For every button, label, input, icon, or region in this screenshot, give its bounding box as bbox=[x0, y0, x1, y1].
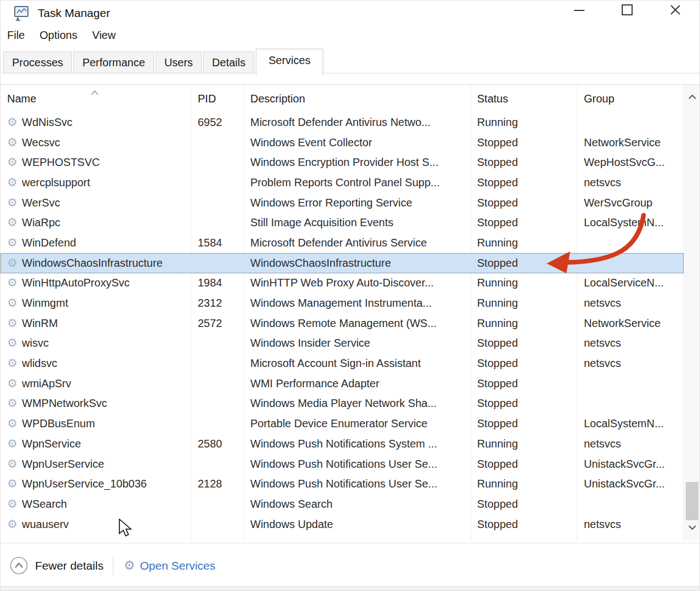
title-bar: Task Manager bbox=[1, 1, 699, 25]
service-row[interactable]: ⚙ wlidsvc Microsoft Account Sign-in Assi… bbox=[1, 353, 684, 374]
service-description: Microsoft Defender Antivirus Netwo... bbox=[243, 116, 471, 129]
chevron-up-icon bbox=[688, 94, 697, 100]
service-status: Stopped bbox=[471, 498, 577, 510]
service-gear-icon: ⚙ bbox=[7, 257, 22, 269]
service-description: Portable Device Enumerator Service bbox=[243, 417, 471, 430]
service-pid: 6952 bbox=[191, 116, 243, 129]
service-name: WPDBusEnum bbox=[22, 417, 95, 430]
service-status: Running bbox=[471, 116, 577, 129]
service-name-cell: ⚙ WindowsChaosInfrastructure bbox=[1, 257, 191, 269]
table-header-row: Name PID Description Status Group bbox=[1, 85, 684, 112]
service-pid: 1984 bbox=[191, 277, 243, 289]
column-header-group[interactable]: Group bbox=[577, 93, 684, 105]
services-gear-icon: ⚙ bbox=[124, 559, 135, 572]
column-header-name[interactable]: Name bbox=[1, 93, 191, 105]
maximize-button[interactable] bbox=[603, 1, 651, 24]
menu-options[interactable]: Options bbox=[39, 29, 77, 42]
service-row[interactable]: ⚙ WpnUserService Windows Push Notificati… bbox=[1, 454, 684, 474]
service-gear-icon: ⚙ bbox=[7, 157, 22, 168]
close-icon bbox=[670, 4, 681, 15]
service-status: Stopped bbox=[471, 197, 577, 209]
menu-file[interactable]: File bbox=[7, 29, 25, 42]
fewer-details-button[interactable]: Fewer details bbox=[10, 556, 104, 575]
service-row[interactable]: ⚙ wercplsupport Problem Reports Control … bbox=[1, 173, 684, 193]
service-name: WpnUserService_10b036 bbox=[22, 478, 147, 490]
service-name: WiaRpc bbox=[22, 216, 60, 229]
service-pid: 1584 bbox=[191, 237, 243, 249]
minimize-button[interactable] bbox=[555, 1, 603, 24]
menu-view[interactable]: View bbox=[92, 29, 116, 42]
service-row[interactable]: ⚙ WPDBusEnum Portable Device Enumerator … bbox=[1, 414, 684, 434]
service-row[interactable]: ⚙ WinDefend 1584 Microsoft Defender Anti… bbox=[1, 233, 684, 253]
task-manager-app-icon bbox=[14, 5, 30, 21]
service-row[interactable]: ⚙ WinRM 2572 Windows Remote Management (… bbox=[1, 313, 684, 334]
service-row[interactable]: ⚙ WinHttpAutoProxySvc 1984 WinHTTP Web P… bbox=[1, 273, 684, 294]
scroll-down-button[interactable] bbox=[684, 519, 700, 536]
service-row[interactable]: ⚙ wisvc Windows Insider Service Stopped … bbox=[1, 334, 684, 354]
menu-bar: File Options View bbox=[1, 25, 700, 45]
service-description: Still Image Acquisition Events bbox=[243, 216, 471, 229]
service-status: Running bbox=[471, 317, 577, 330]
service-pid: 2572 bbox=[191, 317, 243, 330]
service-name: WdNisSvc bbox=[22, 116, 72, 129]
scroll-up-button[interactable] bbox=[684, 88, 700, 106]
vertical-scrollbar[interactable] bbox=[684, 85, 700, 541]
service-pid: 2580 bbox=[191, 438, 243, 450]
service-row[interactable]: ⚙ WMPNetworkSvc Windows Media Player Net… bbox=[1, 394, 684, 414]
scrollbar-thumb[interactable] bbox=[686, 482, 698, 520]
column-header-description[interactable]: Description bbox=[243, 93, 471, 105]
service-name: WEPHOSTSVC bbox=[22, 156, 100, 169]
service-row[interactable]: ⚙ WpnUserService_10b036 2128 Windows Pus… bbox=[1, 474, 684, 494]
service-name: wlidsvc bbox=[22, 357, 57, 370]
service-pid: 2312 bbox=[191, 297, 243, 309]
column-header-pid[interactable]: PID bbox=[191, 93, 243, 105]
fewer-details-label: Fewer details bbox=[35, 559, 104, 572]
column-header-status[interactable]: Status bbox=[471, 93, 577, 105]
footer-separator bbox=[113, 556, 113, 575]
open-services-link[interactable]: ⚙ Open Services bbox=[124, 559, 215, 572]
service-name-cell: ⚙ wisvc bbox=[1, 337, 191, 349]
tab-details[interactable]: Details bbox=[203, 51, 254, 73]
service-status: Running bbox=[471, 438, 577, 450]
tab-performance[interactable]: Performance bbox=[73, 51, 154, 73]
service-row[interactable]: ⚙ WSearch Windows Search Stopped bbox=[1, 494, 684, 514]
tab-users[interactable]: Users bbox=[156, 51, 202, 73]
service-row[interactable]: ⚙ wmiApSrv WMI Performance Adapter Stopp… bbox=[1, 374, 684, 394]
service-name-cell: ⚙ WpnService bbox=[1, 438, 191, 450]
service-group: LocalSystemN... bbox=[577, 216, 684, 229]
service-group: netsvcs bbox=[577, 357, 684, 370]
service-description: Microsoft Defender Antivirus Service bbox=[243, 237, 471, 249]
service-gear-icon: ⚙ bbox=[7, 237, 22, 249]
service-name: wisvc bbox=[22, 337, 49, 349]
service-group: WepHostSvcG... bbox=[577, 156, 684, 169]
service-name-cell: ⚙ Winmgmt bbox=[1, 297, 191, 309]
service-status: Stopped bbox=[471, 257, 577, 269]
service-status: Stopped bbox=[471, 136, 577, 149]
service-row[interactable]: ⚙ Wecsvc Windows Event Collector Stopped… bbox=[1, 133, 684, 153]
service-row[interactable]: ⚙ WindowsChaosInfrastructure WindowsChao… bbox=[1, 253, 684, 273]
service-gear-icon: ⚙ bbox=[7, 297, 22, 309]
tab-processes[interactable]: Processes bbox=[3, 51, 72, 73]
service-name: WSearch bbox=[22, 498, 67, 510]
service-row[interactable]: ⚙ WEPHOSTSVC Windows Encryption Provider… bbox=[1, 152, 684, 173]
service-name: WpnUserService bbox=[22, 458, 104, 470]
close-button[interactable] bbox=[651, 1, 699, 24]
minimize-icon bbox=[574, 10, 584, 11]
service-name: WinDefend bbox=[22, 237, 76, 249]
service-status: Stopped bbox=[471, 417, 577, 430]
service-group: netsvcs bbox=[577, 518, 684, 531]
service-status: Stopped bbox=[471, 357, 577, 370]
service-row[interactable]: ⚙ WdNisSvc 6952 Microsoft Defender Antiv… bbox=[1, 112, 684, 133]
service-status: Running bbox=[471, 237, 577, 249]
service-row[interactable]: ⚙ Winmgmt 2312 Windows Management Instru… bbox=[1, 293, 684, 313]
service-description: WinHTTP Web Proxy Auto-Discover... bbox=[243, 277, 471, 289]
service-status: Running bbox=[471, 297, 577, 309]
service-row[interactable]: ⚙ WpnService 2580 Windows Push Notificat… bbox=[1, 434, 684, 454]
service-row[interactable]: ⚙ WiaRpc Still Image Acquisition Events … bbox=[1, 213, 684, 233]
chevron-up-circle-icon bbox=[10, 556, 28, 575]
service-name-cell: ⚙ WPDBusEnum bbox=[1, 417, 191, 430]
tab-services[interactable]: Services bbox=[256, 49, 323, 75]
service-row[interactable]: ⚙ wuauserv Windows Update Stopped netsvc… bbox=[1, 514, 684, 535]
service-gear-icon: ⚙ bbox=[7, 318, 22, 329]
service-row[interactable]: ⚙ WerSvc Windows Error Reporting Service… bbox=[1, 193, 684, 213]
